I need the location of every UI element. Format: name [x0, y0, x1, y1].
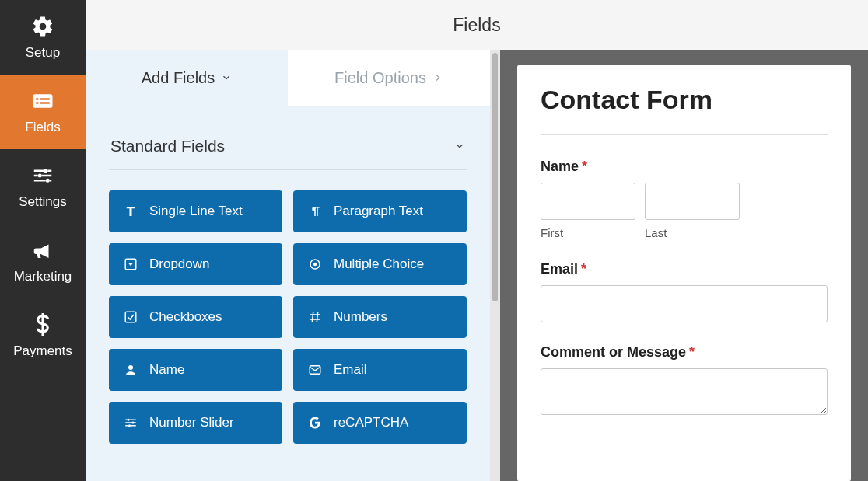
text-cursor-icon [123, 204, 138, 219]
field-label: Single Line Text [149, 204, 243, 219]
sidebar-item-fields[interactable]: Fields [0, 75, 86, 149]
field-email[interactable]: Email [293, 349, 467, 391]
sliders-icon [30, 163, 55, 188]
comment-textarea[interactable] [541, 368, 828, 415]
required-asterisk: * [581, 261, 586, 277]
tab-label: Field Options [334, 69, 426, 87]
preview-column: Contact Form Name* First [500, 50, 868, 481]
field-label: Name [149, 362, 184, 378]
preview-field-comment[interactable]: Comment or Message* [541, 344, 828, 418]
envelope-icon [307, 362, 323, 378]
field-label: Name* [541, 159, 828, 175]
topbar: Fields [86, 0, 868, 50]
section-header-standard-fields[interactable]: Standard Fields [109, 123, 467, 170]
svg-point-15 [128, 419, 130, 421]
fields-panel: Add Fields Field Options Standard Fields [86, 50, 490, 481]
radio-dot-icon [307, 256, 323, 272]
main-column: Fields Add Fields Field Options [86, 0, 868, 481]
field-number-slider[interactable]: Number Slider [109, 402, 282, 444]
field-label: Checkboxes [149, 309, 222, 325]
bullhorn-icon [30, 238, 55, 263]
field-label: Email* [541, 261, 828, 277]
svg-marker-9 [128, 263, 133, 267]
form-preview-card[interactable]: Contact Form Name* First [517, 65, 851, 481]
tab-field-options[interactable]: Field Options [288, 50, 490, 106]
field-multiple-choice[interactable]: Multiple Choice [293, 243, 467, 285]
field-label: Multiple Choice [334, 256, 424, 272]
field-dropdown[interactable]: Dropdown [109, 243, 282, 285]
scrollbar-thumb[interactable] [492, 53, 498, 301]
sublabel-last: Last [645, 226, 740, 239]
sidebar-item-marketing[interactable]: Marketing [0, 224, 86, 298]
name-last-col: Last [645, 183, 740, 239]
caret-square-down-icon [123, 256, 138, 272]
email-input[interactable] [541, 285, 828, 322]
sidebar-item-payments[interactable]: Payments [0, 298, 86, 373]
field-label: Paragraph Text [334, 204, 423, 219]
last-name-input[interactable] [645, 183, 740, 220]
svg-rect-12 [125, 312, 136, 322]
preview-field-email[interactable]: Email* [541, 261, 828, 322]
sidebar-item-setup[interactable]: Setup [0, 0, 86, 75]
page-title: Fields [453, 15, 500, 36]
form-list-icon [30, 89, 55, 113]
sliders-h-icon [123, 415, 138, 430]
label-text: Email [541, 261, 578, 277]
sidebar-item-label: Marketing [14, 269, 72, 284]
app-root: Setup Fields Settings Marketing Payments [0, 0, 868, 481]
field-label: Email [334, 362, 367, 378]
sidebar: Setup Fields Settings Marketing Payments [0, 0, 86, 481]
name-row: First Last [541, 183, 828, 239]
field-paragraph-text[interactable]: Paragraph Text [293, 190, 467, 232]
paragraph-icon [307, 204, 323, 219]
tab-label: Add Fields [142, 69, 215, 87]
svg-rect-2 [40, 98, 50, 100]
section-title: Standard Fields [110, 137, 225, 155]
sidebar-item-label: Payments [13, 343, 72, 359]
hash-icon [307, 309, 323, 325]
dollar-icon [30, 312, 55, 337]
field-checkboxes[interactable]: Checkboxes [109, 296, 282, 338]
chevron-right-icon [432, 72, 443, 83]
chevron-down-icon [454, 141, 465, 152]
sidebar-item-settings[interactable]: Settings [0, 149, 86, 224]
first-name-input[interactable] [541, 183, 635, 220]
label-text: Comment or Message [541, 344, 686, 360]
field-numbers[interactable]: Numbers [293, 296, 467, 338]
field-label: reCAPTCHA [334, 415, 408, 430]
google-g-icon [307, 415, 323, 430]
svg-rect-0 [33, 94, 53, 108]
svg-point-7 [46, 179, 50, 183]
label-text: Name [541, 159, 579, 174]
svg-point-16 [132, 422, 135, 424]
panel-scrollbar[interactable] [490, 50, 500, 481]
svg-point-13 [128, 365, 133, 370]
field-recaptcha[interactable]: reCAPTCHA [293, 402, 467, 444]
preview-field-name[interactable]: Name* First Last [541, 159, 828, 239]
field-label: Dropdown [149, 256, 210, 272]
required-asterisk: * [689, 344, 695, 360]
svg-point-6 [38, 174, 42, 178]
workspace: Add Fields Field Options Standard Fields [86, 50, 868, 481]
svg-rect-1 [36, 98, 38, 100]
field-label: Number Slider [149, 415, 234, 430]
sublabel-first: First [541, 226, 635, 239]
sidebar-item-label: Setup [26, 45, 60, 61]
sidebar-item-label: Fields [25, 120, 60, 135]
tab-add-fields[interactable]: Add Fields [86, 50, 288, 106]
field-single-line-text[interactable]: Single Line Text [109, 190, 282, 232]
panel-tabs: Add Fields Field Options [86, 50, 490, 106]
field-label: Comment or Message* [541, 344, 828, 361]
field-name[interactable]: Name [109, 349, 282, 391]
user-icon [123, 362, 138, 378]
name-first-col: First [541, 183, 635, 239]
fields-section: Standard Fields Single Line Text Paragra… [86, 106, 490, 451]
fields-grid: Single Line Text Paragraph Text Dropdown [109, 170, 467, 444]
sidebar-item-label: Settings [19, 194, 66, 210]
form-title: Contact Form [541, 85, 828, 114]
svg-rect-3 [36, 102, 38, 104]
required-asterisk: * [582, 159, 587, 174]
svg-rect-4 [40, 102, 50, 104]
svg-point-5 [44, 169, 47, 173]
checkbox-icon [123, 309, 138, 325]
